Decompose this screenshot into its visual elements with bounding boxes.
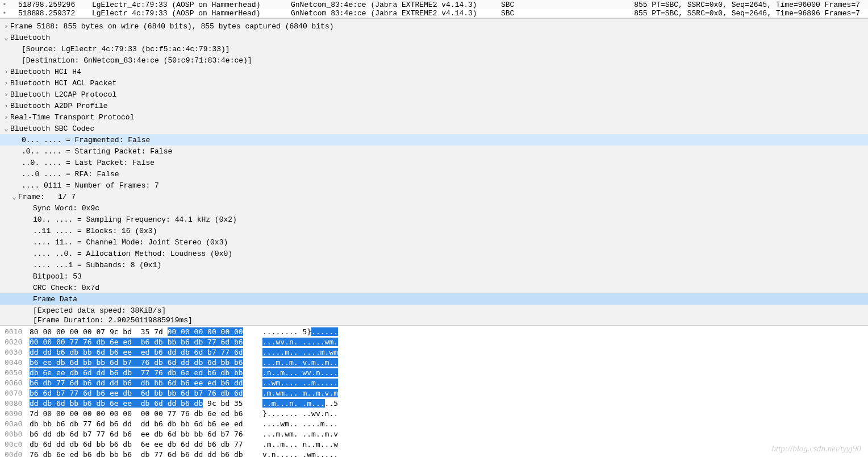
label: .0.. .... = Starting Packet: False xyxy=(22,147,172,156)
hex-row[interactable]: 0060b6 db 77 6d b6 dd dd b6 db bb 6d b6 … xyxy=(0,378,868,388)
tree-sbc-fragmented[interactable]: 0... .... = Fragmented: False xyxy=(0,134,868,146)
label: Real-Time Transport Protocol xyxy=(10,113,134,122)
hex-ascii: ........ 5}...... xyxy=(257,327,338,337)
tree-hci-acl[interactable]: ›Bluetooth HCI ACL Packet xyxy=(0,77,868,89)
hex-row[interactable]: 0030dd dd b6 db bb 6d b6 ee ed b6 dd db … xyxy=(0,347,868,358)
hex-offset: 0090 xyxy=(0,409,30,419)
hex-bytes: db 6e ee db 6d dd b6 db 77 76 db 6e ed b… xyxy=(30,368,257,378)
hex-row[interactable]: 0050db 6e ee db 6d dd b6 db 77 76 db 6e … xyxy=(0,368,868,378)
tree-rtp[interactable]: ›Real-Time Transport Protocol xyxy=(0,111,868,123)
tree-sbc-alloc-method[interactable]: .... ..0. = Allocation Method: Loudness … xyxy=(0,248,868,259)
collapse-icon[interactable]: ⌄ xyxy=(10,192,18,201)
hex-offset: 00a0 xyxy=(0,419,30,429)
tree-sbc-blocks[interactable]: ..11 .... = Blocks: 16 (0x3) xyxy=(0,225,868,236)
tree-sbc-bitpool[interactable]: Bitpool: 53 xyxy=(0,271,868,282)
label: [Expected data speed: 38KiB/s] xyxy=(33,306,166,315)
tree-sbc-channel-mode[interactable]: .... 11.. = Channel Mode: Joint Stereo (… xyxy=(0,236,868,248)
expand-icon[interactable]: › xyxy=(2,90,10,99)
hex-row[interactable]: 0080dd db 6d bb b6 db 6e ee db 6d dd b6 … xyxy=(0,398,868,409)
tree-sbc-starting[interactable]: .0.. .... = Starting Packet: False xyxy=(0,146,868,157)
col-time: 98.259296 xyxy=(35,1,92,9)
col-proto: SBC xyxy=(501,9,603,18)
hex-row[interactable]: 0070b6 6d b7 77 6d b6 ee db 6d bb bb 6d … xyxy=(0,388,868,398)
col-info: 855 PT=SBC, SSRC=0x0, Seq=2646, Time=968… xyxy=(603,9,866,18)
hex-bytes: b6 ee db 6d bb bb 6d b7 76 db 6d dd db 6… xyxy=(30,358,257,368)
hex-bytes: b6 6d b7 77 6d b6 ee db 6d bb bb 6d b7 7… xyxy=(30,388,257,398)
hex-dump-pane[interactable]: 001080 00 00 00 00 07 9c bd 35 7d 00 00 … xyxy=(0,326,868,457)
label: Bluetooth SBC Codec xyxy=(10,124,94,133)
hex-row[interactable]: 002000 00 00 77 76 db 6e ed b6 db bb b6 … xyxy=(0,337,868,347)
label: Frame 5188: 855 bytes on wire (6840 bits… xyxy=(10,22,334,31)
col-time: 98.259372 xyxy=(35,9,92,18)
label: [Destination: GnNetcom_83:4e:ce (50:c9:7… xyxy=(22,56,252,65)
label: ..0. .... = Last Packet: False xyxy=(22,159,155,167)
tree-sbc-frame-data[interactable]: Frame Data xyxy=(0,293,868,305)
hex-ascii: ...m.wm. ..m..m.v xyxy=(257,429,338,439)
hex-bytes: b6 dd db 6d b7 77 6d b6 ee db 6d bb bb 6… xyxy=(30,429,257,439)
hex-row[interactable]: 0040b6 ee db 6d bb bb 6d b7 76 db 6d dd … xyxy=(0,358,868,368)
tree-bluetooth[interactable]: ⌄Bluetooth xyxy=(0,32,868,43)
expand-icon[interactable]: › xyxy=(2,102,10,110)
label: CRC Check: 0x7d xyxy=(33,284,99,292)
label: Bluetooth A2DP Profile xyxy=(10,102,108,110)
hex-offset: 0010 xyxy=(0,327,30,337)
col-no: 5188 xyxy=(7,9,35,18)
tree-sbc-sync[interactable]: Sync Word: 0x9c xyxy=(0,202,868,214)
tree-bt-source[interactable]: [Source: LgElectr_4c:79:33 (bc:f5:ac:4c:… xyxy=(0,43,868,55)
collapse-icon[interactable]: ⌄ xyxy=(2,124,10,133)
hex-row[interactable]: 00d076 db 6e ed b6 db bb b6 db 77 6d b6 … xyxy=(0,450,868,457)
expand-icon[interactable]: › xyxy=(2,79,10,88)
tree-hci-h4[interactable]: ›Bluetooth HCI H4 xyxy=(0,66,868,77)
tree-sbc-last[interactable]: ..0. .... = Last Packet: False xyxy=(0,157,868,168)
tree-sbc-speed[interactable]: [Expected data speed: 38KiB/s] xyxy=(0,305,868,316)
tree-sbc-crc[interactable]: CRC Check: 0x7d xyxy=(0,282,868,293)
tree-frame-summary[interactable]: ›Frame 5188: 855 bytes on wire (6840 bit… xyxy=(0,20,868,32)
tree-sbc-sampling-freq[interactable]: 10.. .... = Sampling Frequency: 44.1 kHz… xyxy=(0,214,868,225)
hex-offset: 0040 xyxy=(0,358,30,368)
tree-sbc-subbands[interactable]: .... ...1 = Subbands: 8 (0x1) xyxy=(0,259,868,271)
tree-sbc-rfa[interactable]: ...0 .... = RFA: False xyxy=(0,168,868,180)
packet-row[interactable]: • 5187 98.259296 LgElectr_4c:79:33 (AOSP… xyxy=(0,0,868,9)
collapse-icon[interactable]: ⌄ xyxy=(2,33,10,42)
label: ...0 .... = RFA: False xyxy=(22,170,119,178)
label: 10.. .... = Sampling Frequency: 44.1 kHz… xyxy=(33,215,237,224)
tree-sbc-codec[interactable]: ⌄Bluetooth SBC Codec xyxy=(0,123,868,134)
hex-bytes: 7d 00 00 00 00 00 00 00 00 00 77 76 db 6… xyxy=(30,409,257,419)
hex-offset: 0050 xyxy=(0,368,30,378)
label: 0... .... = Fragmented: False xyxy=(22,136,150,144)
hex-ascii: .n..m... wv.n.... xyxy=(257,368,338,378)
packet-details-pane[interactable]: ›Frame 5188: 855 bytes on wire (6840 bit… xyxy=(0,19,868,326)
hex-row[interactable]: 00c0db 6d dd db 6d bb b6 db 6e ee db 6d … xyxy=(0,439,868,450)
tree-bt-destination[interactable]: [Destination: GnNetcom_83:4e:ce (50:c9:7… xyxy=(0,55,868,66)
tree-sbc-duration[interactable]: [Frame Duration: 2.90250119885919ms] xyxy=(0,316,868,324)
label: .... ..0. = Allocation Method: Loudness … xyxy=(33,250,232,258)
hex-bytes: dd dd b6 db bb 6d b6 ee ed b6 dd db 6d b… xyxy=(30,347,257,358)
hex-offset: 00b0 xyxy=(0,429,30,439)
marker-dot: • xyxy=(2,9,7,18)
hex-bytes: b6 db 77 6d b6 dd dd b6 db bb 6d b6 ee e… xyxy=(30,378,257,388)
hex-row[interactable]: 001080 00 00 00 00 07 9c bd 35 7d 00 00 … xyxy=(0,327,868,337)
label: Frame Data xyxy=(33,295,77,304)
hex-ascii: ..m...n. .m.....5 xyxy=(257,398,338,409)
tree-sbc-nframes[interactable]: .... 0111 = Number of Frames: 7 xyxy=(0,180,868,191)
expand-icon[interactable]: › xyxy=(2,22,10,31)
packet-row[interactable]: • 5188 98.259372 LgElectr 4c:79:33 (AOSP… xyxy=(0,9,868,18)
hex-row[interactable]: 00b0b6 dd db 6d b7 77 6d b6 ee db 6d bb … xyxy=(0,429,868,439)
tree-sbc-frame[interactable]: ⌄Frame: 1/ 7 xyxy=(0,191,868,202)
tree-l2cap[interactable]: ›Bluetooth L2CAP Protocol xyxy=(0,89,868,100)
hex-ascii: ...m..m. v.m..m.. xyxy=(257,358,338,368)
hex-ascii: }....... ..wv.n.. xyxy=(257,409,338,419)
hex-offset: 0070 xyxy=(0,388,30,398)
tree-a2dp[interactable]: ›Bluetooth A2DP Profile xyxy=(0,100,868,111)
col-src: LgElectr_4c:79:33 (AOSP on Hammerhead) xyxy=(92,1,291,9)
expand-icon[interactable]: › xyxy=(2,68,10,76)
hex-row[interactable]: 00a0db bb b6 db 77 6d b6 dd dd b6 db bb … xyxy=(0,419,868,429)
col-dst: GnNetcom 83:4e:ce (Jabra EXTREME2 v4.14.… xyxy=(291,9,501,18)
col-dst: GnNetcom_83:4e:ce (Jabra EXTREME2 v4.14.… xyxy=(291,1,501,9)
label: Bitpool: 53 xyxy=(33,272,82,281)
expand-icon[interactable]: › xyxy=(2,113,10,122)
hex-row[interactable]: 00907d 00 00 00 00 00 00 00 00 00 77 76 … xyxy=(0,409,868,419)
packet-list: • 5187 98.259296 LgElectr_4c:79:33 (AOSP… xyxy=(0,0,868,19)
hex-ascii: .m.wm... m..m.v.m xyxy=(257,388,338,398)
hex-ascii: .....m.. ....m.wm xyxy=(257,347,338,358)
